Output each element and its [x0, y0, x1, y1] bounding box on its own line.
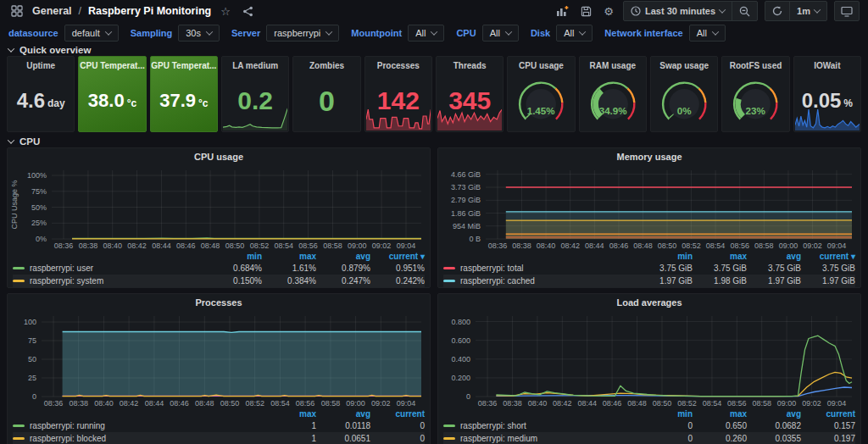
panel-title[interactable]: Zombies — [293, 57, 359, 70]
legend-header[interactable]: max — [693, 409, 747, 419]
panel-title[interactable]: CPU Temperat... — [79, 57, 145, 70]
legend-value: 0.650 — [693, 421, 747, 430]
panel-title[interactable]: IOWait — [794, 57, 860, 70]
panel-title[interactable]: Uptime — [8, 57, 74, 70]
series-label[interactable]: raspberrypi: cached — [460, 276, 535, 286]
svg-text:08:50: 08:50 — [653, 399, 672, 408]
panel-title[interactable]: Swap usage — [651, 57, 717, 70]
svg-text:08:48: 08:48 — [201, 241, 220, 250]
share-icon[interactable] — [240, 4, 256, 19]
stat-value: 4.6day — [8, 70, 74, 131]
legend-row: raspberrypi: blocked10.06510 — [13, 432, 425, 444]
refresh-interval-dropdown[interactable]: 1m — [789, 2, 826, 20]
section-quick-overview[interactable]: Quick overview — [0, 44, 868, 56]
legend-header[interactable]: avg — [316, 409, 370, 419]
variable-dropdown[interactable]: All — [689, 25, 726, 42]
variable-dropdown[interactable]: raspberrypi — [266, 25, 339, 42]
panel-title[interactable]: Processes — [365, 57, 431, 70]
legend-header[interactable]: min — [638, 252, 693, 261]
svg-text:08:54: 08:54 — [706, 241, 726, 250]
svg-text:34.9%: 34.9% — [598, 105, 627, 116]
variable-dropdown[interactable]: All — [482, 25, 519, 42]
dashboard-settings-button[interactable]: ⚙ — [601, 4, 616, 19]
legend-header[interactable]: current ▾ — [801, 252, 855, 261]
panel-title[interactable]: RAM usage — [580, 57, 646, 70]
legend-header[interactable]: max — [693, 252, 747, 261]
dashboard-title[interactable]: Raspberry Pi Monitoring — [88, 5, 211, 17]
legend-header[interactable]: avg — [316, 252, 370, 261]
time-range-button[interactable]: Last 30 minutes — [624, 2, 732, 20]
zoom-out-button[interactable] — [732, 2, 757, 20]
svg-text:08:48: 08:48 — [195, 399, 214, 408]
variable-dropdown[interactable]: All — [408, 25, 444, 42]
stat-value: 0 — [293, 70, 359, 131]
section-cpu[interactable]: CPU — [0, 136, 868, 147]
series-label[interactable]: raspberrypi: short — [460, 421, 526, 430]
panel-title[interactable]: GPU Temperat... — [151, 57, 217, 70]
variable-dropdown[interactable]: default — [64, 25, 119, 42]
save-dashboard-button[interactable] — [578, 4, 594, 19]
legend-header[interactable]: current — [801, 409, 855, 419]
svg-text:08:46: 08:46 — [176, 241, 196, 250]
panel-title[interactable]: Threads — [437, 57, 503, 70]
series-label[interactable]: raspberrypi: system — [30, 276, 103, 286]
time-range-label: Last 30 minutes — [645, 6, 715, 16]
svg-text:0%: 0% — [677, 105, 692, 116]
star-icon[interactable]: ☆ — [218, 4, 233, 19]
panel-title[interactable]: Memory usage — [438, 148, 860, 165]
chevron-down-icon — [719, 6, 726, 13]
panel-title[interactable]: Processes — [8, 294, 430, 311]
svg-text:08:44: 08:44 — [577, 399, 597, 408]
svg-text:08:58: 08:58 — [754, 241, 774, 250]
panel-title[interactable]: RootFS used — [722, 57, 788, 70]
legend-value: 1.97 GiB — [638, 276, 693, 286]
variable-value: All — [490, 28, 500, 38]
series-color-dash — [443, 425, 455, 427]
legend-header[interactable]: max — [262, 409, 316, 419]
stat-panel-ram-usage: RAM usage34.9% — [579, 56, 647, 132]
legend-row: raspberrypi: system0.150%0.384%0.247%0.2… — [13, 275, 425, 287]
stat-unit: % — [843, 97, 853, 109]
legend-value: 0.247% — [316, 276, 370, 286]
panel-title[interactable]: CPU usage — [508, 57, 574, 70]
legend-header[interactable]: avg — [747, 409, 801, 419]
legend-value: 3.75 GiB — [638, 264, 693, 273]
svg-text:09:04: 09:04 — [827, 399, 847, 408]
variable-dropdown[interactable]: 30s — [178, 25, 220, 42]
svg-text:08:54: 08:54 — [274, 241, 293, 250]
refresh-button[interactable] — [765, 2, 789, 20]
series-label[interactable]: raspberrypi: blocked — [30, 434, 106, 443]
legend-header[interactable]: min — [638, 409, 693, 419]
series-label[interactable]: raspberrypi: user — [30, 264, 93, 273]
series-label[interactable]: raspberrypi: total — [460, 264, 523, 273]
breadcrumb-folder[interactable]: General — [32, 5, 72, 17]
svg-text:0.400: 0.400 — [451, 355, 470, 364]
panel-title[interactable]: CPU usage — [8, 148, 430, 165]
legend-header[interactable]: min — [208, 252, 262, 261]
add-panel-button[interactable] — [554, 3, 571, 19]
legend-header[interactable]: current — [370, 409, 425, 419]
cycle-view-button[interactable] — [834, 1, 860, 21]
time-series-plot: 025507510008:3608:3808:4008:4208:4408:46… — [9, 311, 428, 408]
variables-row: datasourcedefaultSampling30sServerraspbe… — [0, 22, 868, 44]
svg-text:2.79 GiB: 2.79 GiB — [451, 196, 481, 204]
dashboards-grid-icon[interactable] — [8, 3, 25, 19]
stat-panel-rootfs-used: RootFS used23% — [721, 56, 789, 132]
legend-header[interactable]: current ▾ — [370, 252, 425, 261]
variable-value: default — [72, 28, 100, 38]
legend-header[interactable]: max — [262, 252, 316, 261]
variable-value: All — [564, 28, 574, 38]
series-label[interactable]: raspberrypi: running — [30, 421, 105, 430]
variable-dropdown[interactable]: All — [556, 25, 593, 42]
panel-title[interactable]: LA medium — [222, 57, 288, 70]
svg-text:954 MiB: 954 MiB — [453, 222, 481, 230]
time-picker-group: Last 30 minutes — [623, 1, 758, 21]
svg-text:0: 0 — [32, 392, 36, 401]
variable-sampling: Sampling30s — [131, 25, 220, 42]
stat-number: 142 — [377, 88, 420, 114]
panel-title[interactable]: Load averages — [438, 294, 860, 311]
legend-header[interactable]: avg — [747, 252, 801, 261]
stat-unit: °c — [198, 97, 208, 109]
series-label[interactable]: raspberrypi: medium — [460, 434, 537, 443]
svg-text:0: 0 — [466, 392, 470, 401]
